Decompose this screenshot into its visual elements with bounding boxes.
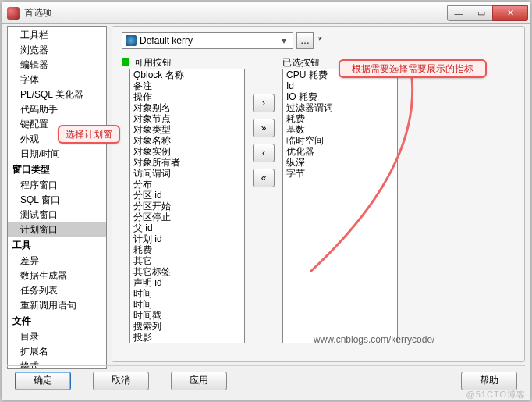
tree-item[interactable]: 任务列表 [8, 283, 106, 298]
list-item[interactable]: 时间 [130, 299, 244, 310]
list-item[interactable]: 对象别名 [130, 102, 244, 113]
list-item[interactable]: 其它 [130, 255, 244, 266]
tree-group[interactable]: 工具 [8, 237, 106, 254]
green-marker-icon [122, 58, 129, 66]
list-item[interactable]: 父 id [130, 222, 244, 233]
profile-combo-text: Default kerry [140, 35, 278, 46]
annotation-callout-1: 选择计划窗 [58, 125, 120, 144]
list-item[interactable]: 对象类型 [130, 124, 244, 135]
available-listbox[interactable]: Qblock 名称备注操作对象别名对象节点对象类型对象名称对象实例对象所有者访问… [129, 69, 245, 343]
close-button[interactable]: ✕ [492, 5, 528, 21]
list-item[interactable]: 分区停止 [130, 212, 244, 222]
list-item[interactable]: 时间戳 [130, 310, 244, 321]
tree-group[interactable]: 窗口类型 [8, 162, 106, 178]
tree-item[interactable]: 代码助手 [8, 102, 106, 117]
list-item[interactable]: 备注 [130, 80, 244, 91]
help-button[interactable]: 帮助 [461, 372, 517, 390]
tree-item[interactable]: 目录 [8, 329, 106, 344]
list-item[interactable]: 搜索列 [130, 321, 244, 332]
tree-item[interactable]: 重新调用语句 [8, 298, 106, 313]
annotation-callout-2: 根据需要选择需要展示的指标 [339, 59, 487, 78]
watermark-url: www.cnblogs.com/kerrycode/ [314, 334, 434, 345]
list-item[interactable]: 对象所有者 [130, 157, 244, 168]
list-item[interactable]: 操作 [130, 91, 244, 102]
list-item[interactable]: 时间 [130, 288, 244, 299]
profile-combo[interactable]: Default kerry ▾ [122, 32, 293, 49]
category-tree[interactable]: 工具栏浏览器编辑器字体PL/SQL 美化器代码助手键配置外观日期/时间窗口类型程… [7, 26, 107, 369]
list-item[interactable]: 访问谓词 [130, 168, 244, 179]
toolbar: Default kerry ▾ … * [122, 31, 515, 50]
list-item[interactable]: 对象节点 [130, 113, 244, 124]
list-item[interactable]: 对象名称 [130, 135, 244, 146]
tree-item[interactable]: 浏览器 [8, 43, 106, 58]
list-item[interactable]: 计划 id [130, 233, 244, 244]
list-item[interactable]: Qblock 名称 [130, 69, 244, 80]
profile-menu-button[interactable]: … [296, 32, 314, 49]
titlebar: 首选项 — ▭ ✕ [2, 2, 530, 24]
list-item[interactable]: 分布 [130, 179, 244, 190]
tree-item[interactable]: 数据生成器 [8, 269, 106, 283]
tree-item[interactable]: 工具栏 [8, 28, 106, 43]
move-all-right-button[interactable]: » [253, 119, 275, 137]
watermark-corner: @51CTO博客 [466, 389, 526, 400]
tree-item[interactable]: PL/SQL 美化器 [8, 87, 106, 102]
app-icon [7, 7, 20, 20]
minimize-button[interactable]: — [447, 5, 470, 21]
ok-button[interactable]: 确定 [15, 372, 71, 390]
tree-item[interactable]: 扩展名 [8, 344, 106, 359]
move-right-button[interactable]: › [253, 94, 275, 112]
list-item[interactable]: 耗费 [130, 244, 244, 255]
tree-item[interactable]: 计划窗口 [8, 222, 106, 237]
cancel-button[interactable]: 取消 [93, 372, 149, 390]
available-label: 可用按钮 [134, 56, 172, 69]
list-item[interactable]: 对象实例 [130, 146, 244, 157]
list-item[interactable]: 投影 [130, 332, 244, 343]
profile-icon [126, 35, 137, 46]
tree-item[interactable]: 日期/时间 [8, 147, 106, 162]
tree-item[interactable]: 编辑器 [8, 58, 106, 73]
tree-item[interactable]: 测试窗口 [8, 208, 106, 222]
tree-item[interactable]: 字体 [8, 73, 106, 87]
apply-button[interactable]: 应用 [171, 372, 227, 390]
dialog-button-bar: 确定 取消 应用 帮助 [7, 365, 525, 395]
tree-item[interactable]: 程序窗口 [8, 178, 106, 193]
list-item[interactable]: 分区开始 [130, 201, 244, 212]
chevron-down-icon: ▾ [278, 35, 289, 46]
move-left-button[interactable]: ‹ [253, 144, 275, 162]
selected-label: 已选按钮 [282, 56, 320, 69]
annotation-tail-icon [303, 76, 420, 279]
maximize-button[interactable]: ▭ [470, 5, 493, 21]
window-title: 首选项 [24, 6, 52, 20]
tree-group[interactable]: 文件 [8, 313, 106, 329]
modified-indicator: * [317, 35, 322, 46]
list-item[interactable]: 声明 id [130, 277, 244, 288]
move-all-left-button[interactable]: « [253, 169, 275, 187]
tree-item[interactable]: 差异 [8, 254, 106, 269]
list-item[interactable]: 其它标签 [130, 266, 244, 277]
list-item[interactable]: 分区 id [130, 190, 244, 201]
list-item[interactable]: 位置 [130, 343, 244, 343]
tree-item[interactable]: SQL 窗口 [8, 193, 106, 208]
